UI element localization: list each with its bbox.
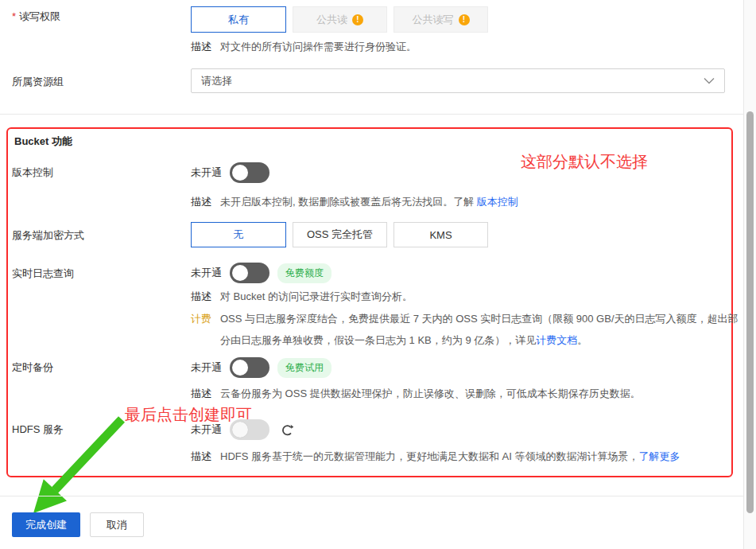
encryption-oss-managed-label: OSS 完全托管 <box>307 228 373 242</box>
encryption-kms-label: KMS <box>429 229 452 241</box>
annotation-top-text: 这部分默认不选择 <box>521 151 648 173</box>
realtime-log-desc-text: 对 Bucket 的访问记录进行实时查询分析。 <box>220 289 413 304</box>
permission-label-text: 读写权限 <box>19 10 60 22</box>
hdfs-toggle[interactable] <box>230 419 269 440</box>
backup-label: 定时备份 <box>12 360 53 375</box>
realtime-log-row: 未开通 免费额度 <box>191 263 331 283</box>
version-control-toggle[interactable] <box>230 162 269 183</box>
encryption-none-label: 无 <box>234 228 244 242</box>
version-control-link[interactable]: 版本控制 <box>477 196 518 208</box>
backup-description: 描述 云备份服务为 OSS 提供数据处理保护，防止误修改、误删除，可低成本长期保… <box>191 386 641 401</box>
free-quota-badge: 免费额度 <box>277 263 331 283</box>
desc-keyword: 描述 <box>191 289 211 304</box>
free-trial-badge: 免费试用 <box>277 358 331 378</box>
resource-group-label: 所属资源组 <box>12 75 64 89</box>
hdfs-desc-text: HDFS 服务基于统一的元数据管理能力，更好地满足大数据和 AI 等领域的数据湖… <box>220 449 680 464</box>
permission-private-button[interactable]: 私有 <box>191 6 286 33</box>
billing-text-body: OSS 与日志服务深度结合，免费提供最近 7 天内的 OSS 实时日志查询（限额… <box>220 313 739 346</box>
permission-private-label: 私有 <box>228 13 249 27</box>
version-control-status: 未开通 <box>191 165 222 180</box>
refresh-icon[interactable] <box>281 423 294 437</box>
footer-divider <box>0 496 743 496</box>
hdfs-row: 未开通 <box>191 419 294 440</box>
encryption-oss-managed-button[interactable]: OSS 完全托管 <box>293 222 387 247</box>
version-control-row: 未开通 <box>191 162 269 183</box>
realtime-log-billing: 计费 OSS 与日志服务深度结合，免费提供最近 7 天内的 OSS 实时日志查询… <box>191 308 745 351</box>
toggle-knob <box>232 422 248 438</box>
version-control-label: 版本控制 <box>12 165 53 180</box>
resource-group-placeholder: 请选择 <box>201 74 232 88</box>
encryption-none-button[interactable]: 无 <box>191 222 286 247</box>
warning-icon: ! <box>459 14 470 25</box>
hdfs-status: 未开通 <box>191 422 222 437</box>
billing-text: OSS 与日志服务深度结合，免费提供最近 7 天内的 OSS 实时日志查询（限额… <box>220 308 745 351</box>
desc-keyword: 描述 <box>191 449 211 464</box>
realtime-log-status: 未开通 <box>191 266 222 280</box>
version-control-desc-text: 未开启版本控制, 数据删除或被覆盖后将无法找回。了解 版本控制 <box>220 194 518 209</box>
billing-doc-link[interactable]: 计费文档 <box>536 334 577 346</box>
backup-toggle[interactable] <box>230 357 269 378</box>
hdfs-learn-more-link[interactable]: 了解更多 <box>639 450 680 462</box>
hdfs-description: 描述 HDFS 服务基于统一的元数据管理能力，更好地满足大数据和 AI 等领域的… <box>191 449 680 464</box>
permission-public-readwrite-label: 公共读写 <box>413 13 454 27</box>
resource-group-select[interactable]: 请选择 <box>191 68 725 93</box>
desc-keyword: 描述 <box>191 386 211 401</box>
create-bucket-form: *读写权限 私有 公共读 ! 公共读写 ! 描述 对文件的所有访问操作需要进行身… <box>0 0 756 549</box>
backup-row: 未开通 免费试用 <box>191 357 331 378</box>
hdfs-desc-body: HDFS 服务基于统一的元数据管理能力，更好地满足大数据和 AI 等领域的数据湖… <box>220 450 639 462</box>
billing-text-suffix: 。 <box>577 334 587 346</box>
warning-icon: ! <box>352 14 363 25</box>
version-control-description: 描述 未开启版本控制, 数据删除或被覆盖后将无法找回。了解 版本控制 <box>191 194 518 209</box>
realtime-log-toggle[interactable] <box>230 263 269 283</box>
create-button[interactable]: 完成创建 <box>12 512 80 537</box>
backup-status: 未开通 <box>191 360 222 375</box>
toggle-knob <box>232 265 248 281</box>
required-asterisk: * <box>12 10 16 22</box>
toggle-knob <box>232 360 248 376</box>
encryption-button-group: 无 OSS 完全托管 KMS <box>191 222 488 247</box>
permission-button-group: 私有 公共读 ! 公共读写 ! <box>191 6 488 33</box>
billing-keyword: 计费 <box>191 308 211 351</box>
realtime-log-label: 实时日志查询 <box>12 267 74 281</box>
encryption-label: 服务端加密方式 <box>12 228 84 243</box>
permission-description: 描述 对文件的所有访问操作需要进行身份验证。 <box>191 39 417 54</box>
toggle-knob <box>232 165 248 181</box>
encryption-kms-button[interactable]: KMS <box>394 222 488 247</box>
permission-label: *读写权限 <box>12 10 60 24</box>
permission-public-read-button[interactable]: 公共读 ! <box>293 6 387 33</box>
desc-keyword: 描述 <box>191 39 211 54</box>
backup-desc-text: 云备份服务为 OSS 提供数据处理保护，防止误修改、误删除，可低成本长期保存历史… <box>220 386 641 401</box>
scrollbar-thumb[interactable] <box>746 111 754 513</box>
section-divider <box>0 114 743 115</box>
green-arrow-annotation <box>14 410 157 525</box>
permission-public-readwrite-button[interactable]: 公共读写 ! <box>394 6 488 33</box>
permission-desc-text: 对文件的所有访问操作需要进行身份验证。 <box>220 39 417 54</box>
desc-keyword: 描述 <box>191 194 211 209</box>
permission-public-read-label: 公共读 <box>316 13 347 27</box>
bucket-features-title: Bucket 功能 <box>14 134 72 149</box>
cancel-button[interactable]: 取消 <box>90 512 144 537</box>
chevron-down-icon <box>704 77 715 84</box>
version-control-desc-body: 未开启版本控制, 数据删除或被覆盖后将无法找回。了解 <box>220 196 474 208</box>
realtime-log-description: 描述 对 Bucket 的访问记录进行实时查询分析。 <box>191 289 413 304</box>
